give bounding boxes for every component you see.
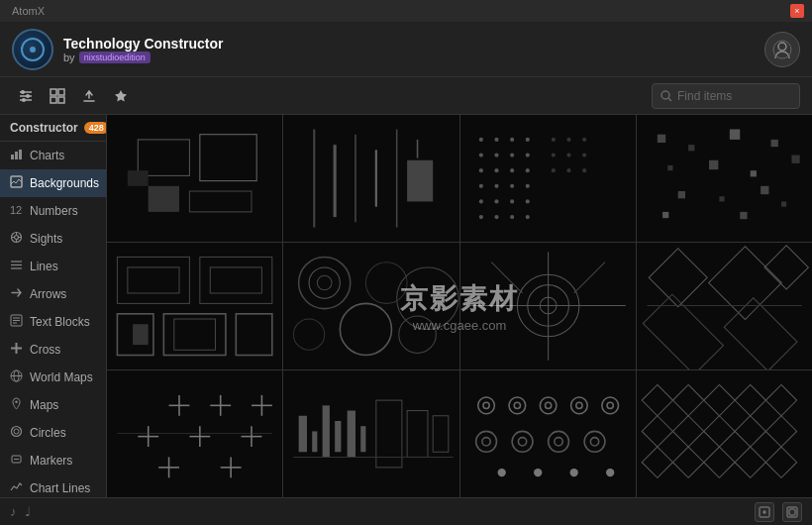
sidebar-header: Constructor 428 [0, 115, 106, 142]
grid-cell-2[interactable] [283, 115, 458, 242]
grid-cell-9[interactable] [107, 370, 282, 497]
sidebar: Constructor 428 Charts Backgrounds 123 N… [0, 115, 107, 497]
svg-point-59 [510, 138, 514, 142]
svg-point-71 [510, 184, 514, 188]
favorite-button[interactable] [107, 82, 135, 110]
music-note-icon[interactable]: ♪ [10, 504, 17, 519]
svg-rect-97 [750, 170, 756, 176]
close-button[interactable]: × [790, 4, 804, 18]
svg-point-37 [15, 401, 17, 403]
svg-point-63 [510, 153, 514, 157]
svg-rect-9 [58, 89, 64, 95]
grid-cell-8[interactable] [637, 243, 812, 369]
svg-point-89 [582, 168, 586, 172]
cell-art-2 [283, 115, 458, 242]
svg-point-75 [510, 199, 514, 203]
search-box[interactable] [652, 83, 800, 109]
fit-button[interactable] [782, 502, 802, 522]
arrows-icon [10, 286, 23, 302]
asset-grid [107, 115, 812, 497]
sidebar-item-numbers[interactable]: 123 Numbers [0, 197, 106, 225]
grid-button[interactable] [44, 82, 71, 110]
svg-rect-94 [770, 140, 777, 147]
svg-point-77 [478, 215, 482, 219]
sidebar-label-markers: Markers [30, 454, 72, 468]
svg-rect-104 [781, 201, 786, 206]
sidebar-item-circles[interactable]: Circles [0, 419, 106, 447]
note-icon[interactable]: ♩ [25, 504, 31, 519]
svg-point-68 [525, 168, 529, 172]
sidebar-label-maps: Maps [30, 398, 58, 412]
sidebar-item-sights[interactable]: Sights [0, 225, 106, 253]
sidebar-item-charts[interactable]: Charts [0, 142, 106, 169]
text-blocks-icon [10, 314, 23, 330]
svg-point-69 [478, 184, 482, 188]
search-input[interactable] [677, 89, 786, 103]
sidebar-item-maps[interactable]: Maps [0, 391, 106, 419]
author-prefix: by [63, 52, 75, 63]
cross-icon [10, 342, 23, 358]
cell-art-5 [107, 243, 282, 369]
header-avatar[interactable] [764, 32, 800, 67]
zoom-button[interactable] [755, 502, 774, 522]
svg-line-13 [668, 98, 671, 101]
svg-point-67 [510, 168, 514, 172]
svg-point-80 [525, 215, 529, 219]
svg-point-61 [478, 153, 482, 157]
sidebar-badge: 428 [84, 122, 107, 134]
sidebar-item-arrows[interactable]: Arrows [0, 280, 106, 308]
sidebar-item-text-blocks[interactable]: Text Blocks [0, 308, 106, 336]
svg-rect-103 [740, 212, 747, 219]
sidebar-label-chart-lines: Chart Lines [30, 481, 90, 495]
sidebar-label-world-maps: World Maps [30, 370, 93, 384]
grid-cell-12[interactable] [637, 370, 812, 497]
sidebar-label-lines: Lines [30, 260, 58, 273]
svg-point-62 [494, 153, 498, 157]
svg-rect-102 [662, 212, 668, 218]
svg-rect-93 [730, 129, 740, 139]
sidebar-item-chart-lines[interactable]: Chart Lines [0, 474, 106, 497]
svg-point-3 [21, 90, 25, 94]
cell-art-8 [637, 243, 812, 369]
app-logo [12, 29, 53, 70]
svg-point-187 [497, 469, 505, 476]
svg-rect-95 [667, 165, 672, 170]
svg-rect-56 [460, 119, 636, 238]
backgrounds-icon [10, 175, 23, 191]
grid-cell-10[interactable] [283, 370, 458, 497]
app-title: Technology Constructor [63, 36, 764, 52]
grid-cell-3[interactable] [460, 115, 636, 242]
svg-rect-47 [128, 170, 149, 186]
sidebar-item-backgrounds[interactable]: Backgrounds [0, 169, 106, 197]
sliders-button[interactable] [12, 82, 40, 110]
svg-point-87 [551, 168, 555, 172]
main-layout: Constructor 428 Charts Backgrounds 123 N… [0, 115, 812, 497]
sidebar-label-circles: Circles [30, 426, 66, 440]
svg-point-76 [525, 199, 529, 203]
sidebar-label-sights: Sights [30, 232, 62, 246]
grid-cell-5[interactable] [107, 243, 282, 369]
grid-cell-11[interactable] [460, 370, 636, 497]
grid-cell-1[interactable] [107, 115, 282, 242]
grid-cell-4[interactable] [637, 115, 812, 242]
sidebar-item-world-maps[interactable]: World Maps [0, 364, 106, 391]
cell-art-3 [460, 115, 636, 242]
svg-rect-96 [709, 160, 718, 169]
chart-lines-icon [10, 480, 23, 496]
cell-art-12 [637, 370, 812, 497]
sidebar-title: Constructor [10, 121, 78, 135]
svg-rect-10 [51, 97, 56, 103]
grid-cell-7[interactable] [460, 243, 636, 369]
sidebar-label-charts: Charts [30, 149, 64, 162]
sidebar-item-cross[interactable]: Cross [0, 336, 106, 364]
grid-cell-6[interactable] [283, 243, 458, 369]
export-button[interactable] [75, 82, 103, 110]
svg-point-72 [525, 184, 529, 188]
cell-art-10 [283, 370, 458, 497]
app-header: Technology Constructor by nixstudioediti… [0, 22, 812, 77]
sidebar-item-lines[interactable]: Lines [0, 253, 106, 280]
world-maps-icon [10, 369, 23, 385]
svg-rect-15 [15, 152, 18, 159]
cell-art-1 [107, 115, 282, 242]
sidebar-item-markers[interactable]: Markers [0, 447, 106, 474]
